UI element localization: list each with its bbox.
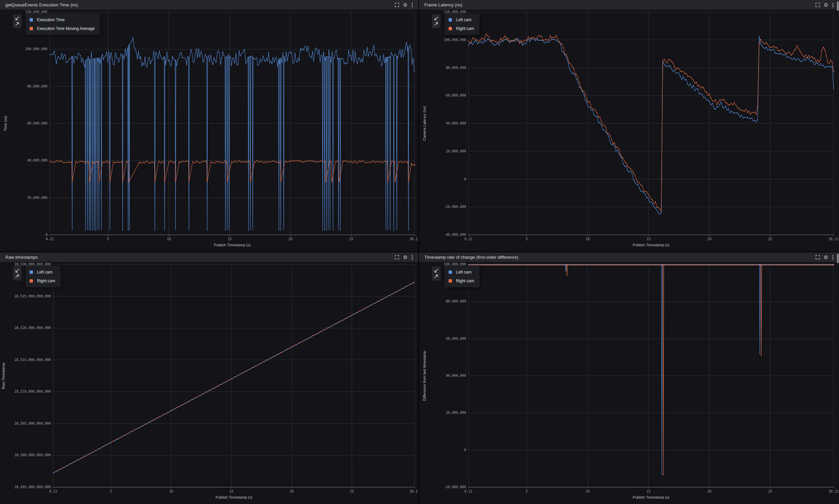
y-tick-label: 20,000,000: [446, 149, 466, 153]
legend-label: Left cam: [456, 18, 471, 22]
fullscreen-icon: [395, 3, 399, 7]
series-line: [468, 265, 834, 474]
fullscreen-button[interactable]: [814, 1, 822, 10]
scrollbar-thumb[interactable]: [837, 254, 839, 263]
fullscreen-button[interactable]: [814, 253, 822, 262]
y-tick-label: 100,000,000: [25, 47, 48, 51]
legend: Left cam Right cam: [445, 266, 480, 287]
legend-label: Left cam: [37, 270, 53, 274]
legend-item[interactable]: Left cam: [30, 268, 55, 276]
more-menu-button[interactable]: [830, 253, 836, 262]
fullscreen-button[interactable]: [393, 1, 401, 10]
legend-item[interactable]: Execution Time Moving Average: [30, 24, 94, 33]
legend-item[interactable]: Right cam: [449, 24, 474, 33]
collapse-arrows-icon: [13, 14, 21, 28]
y-tick-label: 28,525,000,000,000: [15, 294, 51, 298]
legend-label: Right cam: [37, 278, 55, 283]
settings-button[interactable]: ⚙: [822, 253, 830, 262]
collapse-plot-button[interactable]: [13, 267, 21, 281]
panel-title: Timestamp rate of change (first-order di…: [424, 255, 814, 260]
collapse-plot-button[interactable]: [432, 267, 441, 281]
more-menu-button[interactable]: [830, 1, 836, 10]
legend-swatch: [449, 270, 452, 274]
x-tick-label: 15: [646, 237, 650, 241]
series-markers: [50, 40, 415, 231]
chart-area[interactable]: 020,000,00040,000,00060,000,00080,000,00…: [0, 10, 418, 252]
panel-raw-timestamps: Raw timestamps ⚙ 28,495,000,000,00028,50…: [0, 252, 418, 504]
more-menu-button[interactable]: [410, 253, 415, 262]
gear-icon: ⚙: [824, 255, 828, 260]
y-tick-label: 40,000,000: [446, 122, 466, 125]
x-tick-label: 25: [349, 237, 353, 241]
y-tick-label: -20,000,000: [444, 205, 466, 209]
legend-label: Right cam: [456, 278, 474, 283]
collapse-arrows-icon: [432, 267, 441, 281]
x-tick-label: 10: [169, 489, 173, 493]
frame-latency-chart[interactable]: -40,000,000-20,000,000020,000,00040,000,…: [419, 10, 839, 252]
y-tick-label: 28,520,000,000,000: [15, 326, 51, 330]
x-tick-label: 10: [167, 237, 171, 241]
collapse-arrows-icon: [432, 14, 441, 28]
x-tick-label: 0.21: [49, 489, 57, 493]
x-tick-label: 20: [708, 489, 711, 493]
y-tick-label: 0: [464, 177, 466, 181]
series-line: [50, 160, 415, 182]
panel-exec-time: getQueueEvents Execution Time (ns) ⚙ 020…: [0, 0, 418, 252]
exec-time-chart[interactable]: 020,000,00040,000,00060,000,00080,000,00…: [0, 10, 418, 252]
series-group: [468, 34, 834, 215]
legend-item[interactable]: Right cam: [30, 276, 55, 285]
gridlines: -20,000,000020,000,00040,000,00060,000,0…: [444, 263, 839, 493]
y-tick-label: 40,000,000: [27, 159, 48, 162]
series-markers: [50, 160, 415, 182]
legend-item[interactable]: Execution Time: [30, 16, 94, 24]
settings-button[interactable]: ⚙: [401, 1, 410, 10]
chart-area[interactable]: 28,495,000,000,00028,500,000,000,00028,5…: [0, 263, 418, 504]
fullscreen-icon: [816, 3, 820, 7]
panel-titlebar: Timestamp rate of change (first-order di…: [419, 252, 839, 263]
x-tick-label: 15: [229, 489, 233, 493]
series-group: [53, 282, 415, 473]
y-tick-label: 40,000,000: [446, 374, 466, 378]
gridlines: -40,000,000-20,000,000020,000,00040,000,…: [444, 10, 839, 241]
x-tick-label: 20: [708, 237, 711, 241]
panel-titlebar: getQueueEvents Execution Time (ns) ⚙: [0, 0, 418, 10]
more-menu-button[interactable]: [410, 1, 415, 10]
legend-label: Left cam: [456, 270, 471, 274]
kebab-icon: [832, 3, 834, 7]
chart-area[interactable]: -40,000,000-20,000,000020,000,00040,000,…: [419, 10, 839, 252]
collapse-plot-button[interactable]: [432, 14, 441, 28]
x-tick-label: 15: [228, 237, 232, 241]
plot-dashboard: getQueueEvents Execution Time (ns) ⚙ 020…: [0, 0, 839, 504]
fullscreen-icon: [816, 255, 820, 259]
gear-icon: ⚙: [403, 2, 408, 7]
y-tick-label: 60,000,000: [446, 93, 466, 97]
fullscreen-button[interactable]: [393, 253, 401, 262]
legend-label: Right cam: [456, 26, 474, 31]
collapse-plot-button[interactable]: [13, 14, 21, 28]
legend-item[interactable]: Left cam: [449, 16, 474, 24]
x-tick-label: 0.21: [464, 237, 472, 241]
legend-item[interactable]: Right cam: [449, 276, 474, 285]
settings-button[interactable]: ⚙: [822, 1, 830, 10]
series-line: [468, 265, 834, 475]
panel-titlebar: Raw timestamps ⚙: [0, 252, 418, 263]
gear-icon: ⚙: [824, 2, 828, 7]
timestamp-rate-chart[interactable]: -20,000,000020,000,00040,000,00060,000,0…: [419, 263, 839, 504]
legend-item[interactable]: Left cam: [449, 268, 474, 276]
x-tick-label: 0.21: [464, 489, 472, 493]
raw-timestamps-chart[interactable]: 28,495,000,000,00028,500,000,000,00028,5…: [0, 263, 418, 504]
settings-button[interactable]: ⚙: [401, 253, 410, 262]
x-tick-label: 5: [107, 237, 109, 241]
y-tick-label: 20,000,000: [446, 411, 466, 414]
chart-area[interactable]: -20,000,000020,000,00040,000,00060,000,0…: [419, 263, 839, 504]
legend: Left cam Right cam: [25, 266, 60, 287]
x-tick-label: 25: [350, 489, 354, 493]
x-tick-label: 15: [646, 489, 650, 493]
y-tick-label: 80,000,000: [446, 66, 466, 70]
x-tick-label: 25: [768, 489, 772, 493]
y-tick-label: -20,000,000: [444, 485, 466, 489]
scrollbar-thumb[interactable]: [837, 1, 839, 11]
series-line: [468, 34, 834, 211]
x-tick-label: 5: [526, 237, 528, 241]
x-tick-label: 0.21: [46, 237, 54, 241]
